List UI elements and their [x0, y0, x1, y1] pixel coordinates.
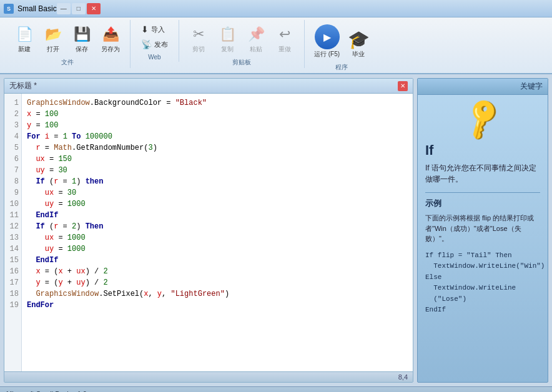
- minimize-button[interactable]: —: [57, 3, 71, 14]
- code-line-3: y = 100: [27, 120, 408, 131]
- ribbon-group-clipboard: ✂ 剪切 📋 复制 📌 粘贴 ↩ 重做 剪贴板: [179, 20, 305, 68]
- cut-icon: ✂: [189, 24, 209, 44]
- code-line-17: y = (y + uy) / 2: [27, 277, 408, 288]
- code-line-6: ux = 150: [27, 154, 408, 165]
- publish-button[interactable]: 📡 发布: [137, 37, 172, 51]
- graduate-label: 毕业: [352, 50, 365, 59]
- undo-label: 重做: [278, 45, 291, 54]
- undo-icon: ↩: [275, 24, 295, 44]
- publish-icon: 📡: [141, 39, 152, 49]
- code-line-9: ux = 30: [27, 187, 408, 198]
- web-group-label: Web: [148, 54, 160, 61]
- open-label: 打开: [47, 45, 59, 54]
- help-code-line-2: TextWindow.WriteLine("Win"): [425, 261, 540, 272]
- ribbon-group-program: ▶ 运行 (F5) 🎓 毕业 程序: [305, 20, 378, 73]
- save-icon: 💾: [72, 24, 92, 44]
- ribbon: 📄 新建 📂 打开 💾 保存 📤 另存为 文件: [0, 17, 552, 74]
- cut-button[interactable]: ✂ 剪切: [185, 22, 212, 56]
- help-example-label: 示例: [418, 197, 548, 210]
- import-button[interactable]: ⬇ 导入: [137, 22, 169, 36]
- code-line-18: GraphicsWindow.SetPixel(x, y, "LightGree…: [27, 288, 408, 300]
- run-button[interactable]: ▶ 运行 (F5): [311, 22, 343, 61]
- code-line-1: GraphicsWindow.BackgroundColor = "Black": [27, 97, 408, 109]
- code-line-11: EndIf: [27, 210, 408, 221]
- new-label: 新建: [18, 45, 31, 54]
- code-line-16: x = (x + ux) / 2: [27, 266, 408, 277]
- app-icon: S: [4, 4, 14, 14]
- code-line-10: uy = 1000: [27, 198, 408, 210]
- saveas-button[interactable]: 📤 另存为: [97, 22, 124, 56]
- editor-close-button[interactable]: ✕: [398, 81, 408, 91]
- code-line-7: uy = 30: [27, 165, 408, 176]
- import-icon: ⬇: [141, 24, 149, 34]
- publish-label: 发布: [154, 40, 168, 49]
- open-button[interactable]: 📂 打开: [40, 22, 66, 56]
- code-line-4: For i = 1 To 100000: [27, 131, 408, 142]
- code-line-2: x = 100: [27, 109, 408, 120]
- close-button[interactable]: ✕: [87, 3, 101, 14]
- run-icon: ▶: [315, 24, 340, 49]
- help-code-line-3: Else: [425, 272, 540, 283]
- app-title: Small Basic: [17, 4, 57, 13]
- program-group-label: 程序: [335, 63, 348, 72]
- code-line-15: EndIf: [27, 255, 408, 266]
- code-line-12: If (r = 2) Then: [27, 221, 408, 232]
- paste-label: 粘贴: [250, 45, 262, 54]
- editor-position: 8,4: [398, 373, 408, 381]
- help-description: If 语句允许您在不同事情之间决定做哪一件。: [418, 159, 548, 189]
- help-divider: [425, 192, 540, 193]
- help-code-line-1: If flip = "Tail" Then: [425, 250, 540, 262]
- saveas-icon: 📤: [101, 24, 121, 44]
- help-header-label: 关键字: [520, 82, 543, 91]
- file-group-label: 文件: [61, 58, 74, 67]
- code-line-13: ux = 1000: [27, 232, 408, 243]
- help-example-desc: 下面的示例将根据 flip 的结果打印或者"Win（成功）"或者"Lose（失败…: [418, 210, 548, 247]
- paste-button[interactable]: 📌 粘贴: [243, 22, 269, 56]
- help-header: 关键字: [418, 79, 548, 95]
- code-line-14: uy = 1000: [27, 243, 408, 255]
- code-line-8: If (r = 1) then: [27, 176, 408, 187]
- code-line-5: r = Math.GetRandomNumber(3): [27, 142, 408, 154]
- title-bar: S Small Basic — □ ✕: [0, 0, 552, 17]
- graduate-icon: 🎓: [348, 29, 368, 49]
- main-content: 无标题 * ✕ 12345 678910 1112131415 16171819…: [0, 74, 552, 386]
- status-bar: Microsoft Small Basic v1.0: [0, 386, 552, 392]
- save-label: 保存: [76, 45, 88, 54]
- copy-label: 复制: [221, 45, 234, 54]
- graduate-button[interactable]: 🎓 毕业: [345, 27, 372, 61]
- help-code-line-5: ("Lose"): [425, 294, 540, 305]
- help-code-line-4: TextWindow.WriteLine: [425, 283, 540, 294]
- maximize-button[interactable]: □: [72, 3, 86, 14]
- key-icon: 🔑: [458, 94, 508, 143]
- undo-button[interactable]: ↩ 重做: [272, 22, 298, 56]
- paste-icon: 📌: [246, 24, 266, 44]
- status-text: Microsoft Small Basic v1.0: [6, 390, 87, 393]
- help-icon-area: 🔑: [418, 95, 548, 142]
- window-controls: — □ ✕: [57, 3, 101, 14]
- clipboard-group-label: 剪贴板: [232, 58, 251, 67]
- code-editor[interactable]: GraphicsWindow.BackgroundColor = "Black"…: [22, 94, 413, 371]
- help-code-line-6: EndIf: [425, 305, 540, 316]
- help-panel: 关键字 🔑 If If 语句允许您在不同事情之间决定做哪一件。 示例 下面的示例…: [417, 78, 548, 383]
- editor-title: 无标题 *: [9, 81, 37, 91]
- ribbon-group-web: ⬇ 导入 📡 发布 Web: [131, 20, 179, 62]
- editor-titlebar: 无标题 * ✕: [4, 79, 413, 94]
- copy-icon: 📋: [217, 24, 237, 44]
- help-keyword: If: [418, 142, 548, 159]
- line-numbers: 12345 678910 1112131415 16171819: [4, 94, 22, 371]
- copy-button[interactable]: 📋 复制: [214, 22, 240, 56]
- editor-panel: 无标题 * ✕ 12345 678910 1112131415 16171819…: [4, 78, 413, 383]
- open-icon: 📂: [43, 24, 63, 44]
- code-area[interactable]: 12345 678910 1112131415 16171819 Graphic…: [4, 94, 413, 371]
- help-code: If flip = "Tail" Then TextWindow.WriteLi…: [418, 247, 548, 320]
- new-button[interactable]: 📄 新建: [11, 22, 37, 56]
- save-button[interactable]: 💾 保存: [69, 22, 95, 56]
- import-label: 导入: [151, 25, 165, 34]
- code-line-19: EndFor: [27, 300, 408, 311]
- ribbon-group-file: 📄 新建 📂 打开 💾 保存 📤 另存为 文件: [5, 20, 131, 68]
- run-label: 运行 (F5): [314, 50, 340, 59]
- editor-statusbar: 8,4: [4, 371, 413, 382]
- cut-label: 剪切: [192, 45, 205, 54]
- saveas-label: 另存为: [101, 45, 120, 54]
- new-icon: 📄: [14, 24, 34, 44]
